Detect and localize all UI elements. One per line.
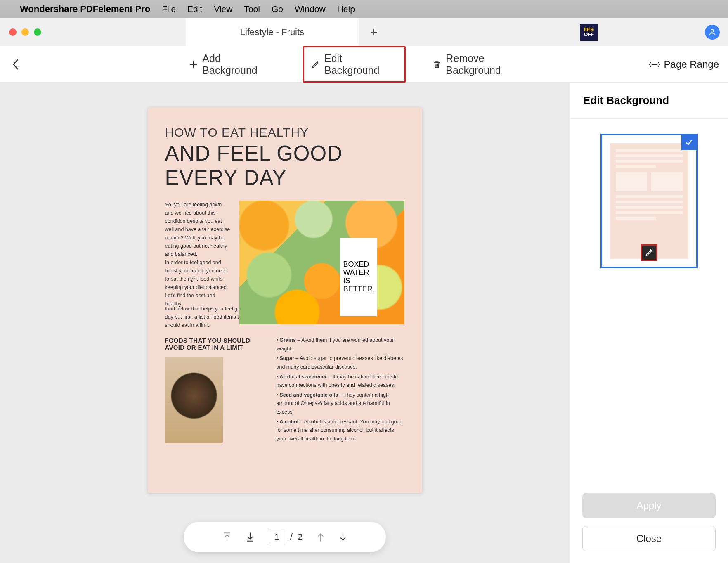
promo-percent: 66% — [584, 27, 594, 32]
pencil-icon — [645, 248, 654, 257]
remove-background-button[interactable]: Remove Background — [425, 47, 546, 81]
pencil-icon — [311, 59, 320, 69]
doc-heading-1: HOW TO EAT HEALTHY — [165, 125, 405, 140]
add-background-label: Add Background — [202, 52, 276, 76]
main-area: HOW TO EAT HEALTHY AND FEEL GOOD EVERY D… — [0, 83, 728, 563]
thumbnail-edit-button[interactable] — [641, 244, 657, 261]
apply-button[interactable]: Apply — [582, 493, 716, 518]
arrow-up-icon — [317, 532, 325, 542]
current-page-input[interactable]: 1 — [269, 529, 285, 545]
prev-page-button[interactable] — [317, 532, 325, 542]
edit-background-label: Edit Background — [324, 52, 398, 76]
menu-file[interactable]: File — [162, 4, 176, 14]
macos-menubar: Wondershare PDFelement Pro File Edit Vie… — [0, 0, 728, 18]
back-button[interactable] — [12, 59, 19, 70]
first-page-button[interactable] — [222, 532, 232, 542]
total-pages: 2 — [298, 532, 303, 542]
thumbnail-preview — [610, 143, 688, 259]
traffic-lights — [9, 28, 41, 36]
background-thumbnail[interactable] — [600, 134, 698, 268]
document-page: HOW TO EAT HEALTHY AND FEEL GOOD EVERY D… — [148, 107, 422, 493]
page-navigator: 1 / 2 — [184, 522, 386, 552]
page-range-label: Page Range — [664, 59, 719, 70]
doc-subheading: FOODS THAT YOU SHOULD AVOID OR EAT IN A … — [165, 337, 264, 351]
doc-bullet-list: • Grains – Avoid them if you are worried… — [277, 336, 405, 443]
menu-help[interactable]: Help — [337, 4, 355, 14]
user-icon — [708, 28, 716, 36]
page-input-group: 1 / 2 — [269, 529, 303, 545]
document-viewport[interactable]: HOW TO EAT HEALTHY AND FEEL GOOD EVERY D… — [0, 83, 570, 563]
doc-heading-2: AND FEEL GOOD EVERY DAY — [165, 141, 405, 190]
promo-badge[interactable]: 66% OFF — [580, 24, 598, 41]
zoom-window-button[interactable] — [34, 28, 41, 36]
minimize-window-button[interactable] — [21, 28, 29, 36]
sidebar-title: Edit Background — [570, 83, 728, 119]
thumbnail-selected-check — [681, 135, 696, 150]
menu-go[interactable]: Go — [272, 4, 283, 14]
new-tab-button[interactable] — [364, 22, 384, 42]
svg-point-0 — [711, 29, 714, 32]
menu-edit[interactable]: Edit — [187, 4, 202, 14]
close-button[interactable]: Close — [582, 526, 716, 551]
document-tab-title: Lifestyle - Fruits — [240, 27, 304, 38]
check-icon — [685, 139, 693, 147]
last-page-button[interactable] — [246, 532, 255, 542]
page-separator: / — [290, 532, 293, 542]
close-window-button[interactable] — [9, 28, 17, 36]
arrow-down-icon — [339, 532, 347, 542]
page-range-button[interactable]: Page Range — [649, 59, 719, 70]
app-name[interactable]: Wondershare PDFelement Pro — [20, 4, 150, 14]
background-toolbar: Add Background Edit Background Remove Ba… — [0, 46, 728, 83]
menu-tool[interactable]: Tool — [244, 4, 260, 14]
document-tab[interactable]: Lifestyle - Fruits — [186, 18, 359, 46]
doc-carton-text: BOXED WATER IS BETTER. — [340, 238, 377, 316]
menu-window[interactable]: Window — [295, 4, 326, 14]
doc-image-fruits: BOXED WATER IS BETTER. — [239, 201, 404, 324]
doc-image-drink — [165, 357, 223, 443]
promo-off: OFF — [584, 32, 594, 37]
plus-icon — [369, 28, 378, 37]
trash-icon — [432, 59, 442, 69]
remove-background-label: Remove Background — [446, 52, 539, 76]
window-tabbar: Lifestyle - Fruits 66% OFF — [0, 18, 728, 46]
edit-background-sidebar: Edit Background Apply Close — [570, 83, 728, 563]
arrow-up-bar-icon — [222, 532, 232, 542]
add-background-button[interactable]: Add Background — [182, 47, 283, 81]
user-avatar[interactable] — [705, 25, 720, 40]
chevron-left-icon — [12, 59, 19, 70]
page-range-icon — [649, 60, 660, 69]
arrow-down-bar-icon — [246, 532, 255, 542]
plus-icon — [189, 59, 198, 69]
edit-background-button[interactable]: Edit Background — [303, 46, 406, 83]
next-page-button[interactable] — [339, 532, 347, 542]
menu-view[interactable]: View — [214, 4, 232, 14]
